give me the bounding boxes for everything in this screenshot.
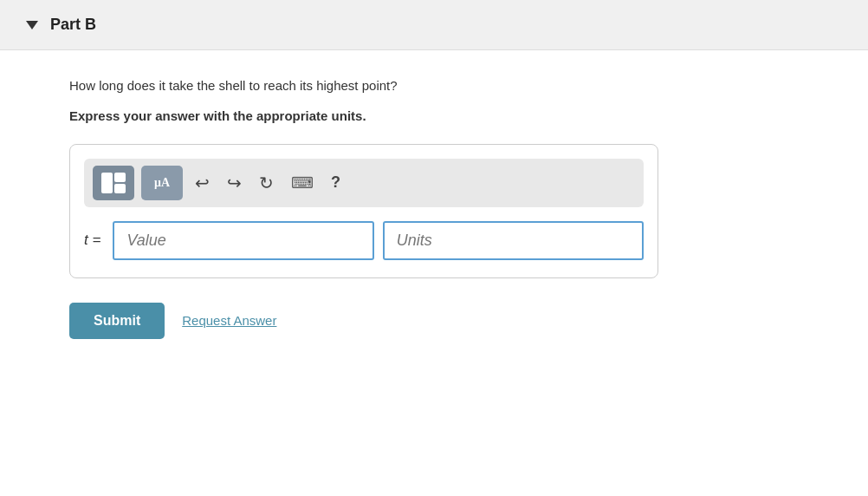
- redo-button[interactable]: ↪: [222, 169, 247, 197]
- units-input[interactable]: [383, 221, 644, 260]
- redo-icon: ↪: [227, 173, 242, 193]
- submit-button[interactable]: Submit: [69, 303, 165, 339]
- value-input[interactable]: [113, 221, 373, 260]
- question-text: How long does it take the shell to reach…: [69, 76, 799, 96]
- undo-icon: ↩: [195, 173, 210, 193]
- mu-label: μA: [154, 176, 170, 190]
- part-title: Part B: [50, 16, 96, 34]
- refresh-button[interactable]: ↻: [254, 169, 279, 197]
- template-icon: [101, 173, 126, 193]
- page-container: Part B How long does it take the shell t…: [0, 0, 868, 496]
- equation-label: t =: [84, 232, 100, 249]
- mu-button[interactable]: μA: [141, 166, 183, 200]
- template-cell-big: [101, 173, 113, 193]
- toolbar: μA ↩ ↪ ↻ ⌨: [84, 159, 644, 207]
- answer-box: μA ↩ ↪ ↻ ⌨: [69, 144, 658, 278]
- template-cell-top-right: [114, 173, 126, 182]
- part-header: Part B: [0, 0, 868, 50]
- template-button[interactable]: [93, 166, 134, 200]
- keyboard-icon: ⌨: [291, 173, 314, 193]
- request-answer-button[interactable]: Request Answer: [182, 313, 276, 328]
- input-row: t =: [84, 221, 644, 260]
- actions-row: Submit Request Answer: [69, 303, 799, 339]
- help-icon: ?: [331, 173, 340, 192]
- undo-button[interactable]: ↩: [190, 169, 215, 197]
- chevron-down-icon[interactable]: [26, 21, 38, 29]
- instruction-text: Express your answer with the appropriate…: [69, 108, 799, 123]
- keyboard-button[interactable]: ⌨: [286, 170, 319, 196]
- help-button[interactable]: ?: [326, 170, 346, 195]
- refresh-icon: ↻: [259, 173, 274, 193]
- template-cell-bottom-right: [114, 184, 126, 193]
- content-area: How long does it take the shell to reach…: [0, 50, 868, 365]
